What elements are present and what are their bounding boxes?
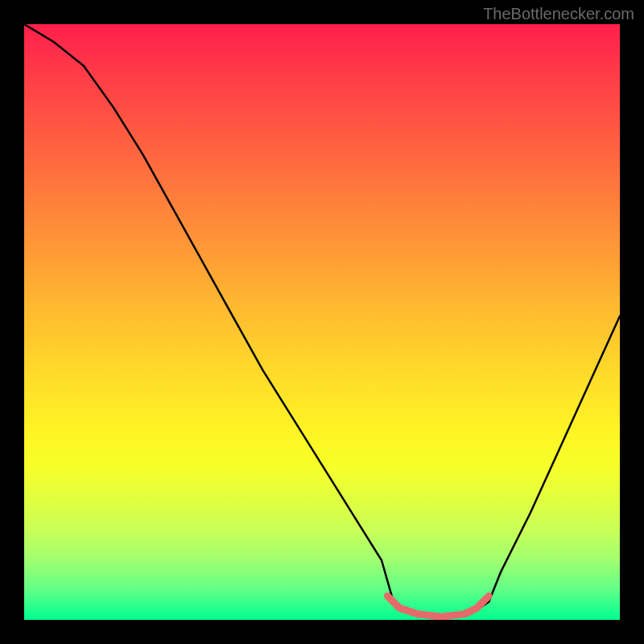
curve-svg	[24, 24, 620, 620]
chart-area	[24, 24, 620, 620]
bottleneck-curve	[24, 24, 620, 617]
optimal-band-highlight	[387, 596, 489, 617]
watermark-text: TheBottlenecker.com	[483, 5, 634, 23]
